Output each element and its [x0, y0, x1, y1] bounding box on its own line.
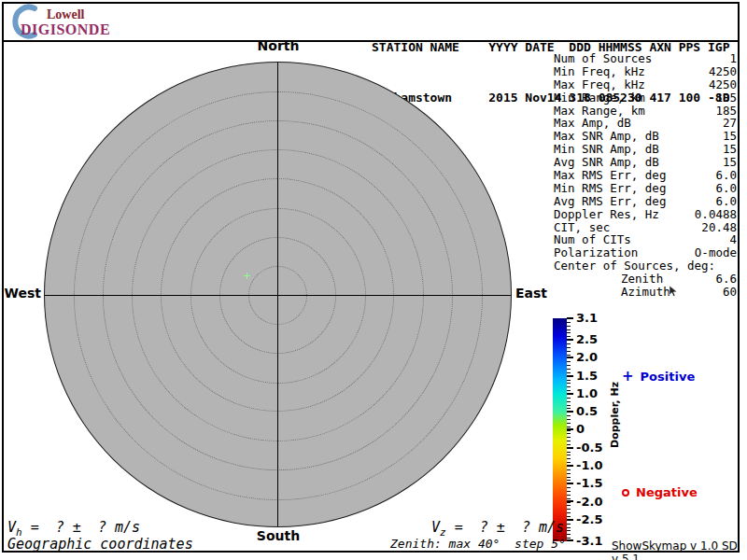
colorbar-tick-label: 2.5 [576, 332, 613, 347]
colorbar-tick-label: -0.5 [576, 441, 613, 455]
colorbar-tick-label: 3.1 [576, 311, 613, 326]
lowell-digisonde-logo: Lowell DIGISONDE [9, 4, 149, 39]
source-point-marker [244, 273, 250, 279]
param-row: Max Amp, dB27 [554, 117, 737, 130]
logo-lowell-text: Lowell [47, 7, 84, 22]
param-row: Zenith6.6 [554, 273, 737, 286]
colorbar-tick-label: -1.5 [576, 476, 613, 491]
zenith-ring-35deg [74, 91, 483, 500]
colorbar-tick-label: 1.5 [576, 369, 613, 384]
measurement-parameters-panel: Num of Sources1 Min Freq, kHz4250 Max Fr… [554, 52, 737, 299]
legend-positive-label: Positive [641, 370, 696, 384]
compass-south-label: South [250, 528, 306, 543]
param-row: CIT, sec20.48 [554, 221, 737, 234]
colorbar-axis-title: Doppler, Hz [609, 358, 621, 448]
param-row: Avg RMS Err, deg6.0 [554, 195, 737, 208]
colorbar-tick-label: -3.1 [576, 534, 613, 549]
east-west-axis [45, 295, 511, 296]
circle-marker-icon [622, 489, 629, 497]
param-row: Min SNR Amp, dB15 [554, 143, 737, 156]
colorbar-tick-label: 0 [576, 422, 613, 437]
colorbar-tick-label: 0.5 [576, 404, 613, 419]
param-row: Num of CITs4 [554, 233, 737, 246]
param-row: Azimuth60 [554, 286, 737, 299]
param-row: Avg SNR Amp, dB15 [554, 156, 737, 169]
vertical-velocity-readout: Vz = ? ± ? m/s [431, 519, 564, 539]
param-row: Min Freq, kHz4250 [554, 65, 737, 78]
param-row: Max SNR Amp, dB15 [554, 130, 737, 143]
param-row: Num of Sources1 [554, 52, 737, 65]
param-row: PolarizationO-mode [554, 246, 737, 259]
compass-north-label: North [250, 38, 306, 53]
compass-west-label: West [4, 286, 41, 301]
colorbar-tick-label: -2.5 [576, 512, 613, 527]
param-row: Center of Sources, deg: [554, 259, 737, 273]
mouse-cursor-icon [669, 286, 680, 298]
param-row: Max Range, km185 [554, 105, 737, 118]
legend-negative-label: Negative [636, 485, 698, 499]
software-version-label: ShowSkymap v 1.0 SD v 5.1 [612, 539, 747, 560]
compass-east-label: East [515, 286, 553, 301]
legend-negative: Negative [622, 485, 698, 499]
param-row: Min Range, km185 [554, 91, 737, 105]
logo-digisonde-text: DIGISONDE [21, 21, 110, 38]
plus-marker-icon: + [622, 371, 634, 383]
param-row: Max RMS Err, deg6.0 [554, 169, 737, 182]
skymap-polar-plot [44, 62, 512, 527]
legend-positive: + Positive [622, 370, 695, 384]
zenith-range-note: Zenith: max 40° step 5° [390, 537, 566, 551]
colorbar-tick-label: -1.0 [576, 458, 613, 473]
colorbar-tick-label: -2.0 [576, 495, 613, 510]
param-row: Max Freq, kHz4250 [554, 78, 737, 91]
coordinate-system-note: Geographic coordinates [7, 536, 193, 553]
showskymap-window: Lowell DIGISONDE STATION NAME YYYY DATE … [0, 0, 747, 560]
doppler-colorbar [553, 318, 567, 541]
colorbar-tick-label: 2.0 [576, 350, 613, 365]
param-row: Doppler Res, Hz0.0488 [554, 208, 737, 221]
colorbar-tick-label: 1.0 [576, 386, 613, 401]
param-row: Min RMS Err, deg6.0 [554, 182, 737, 195]
